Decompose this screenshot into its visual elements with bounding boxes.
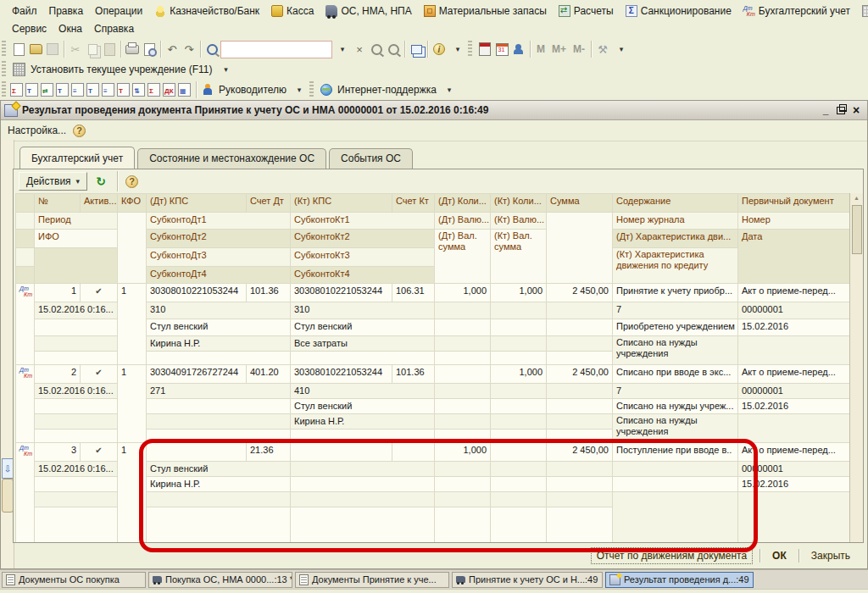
menu-windows[interactable]: Окна [53, 21, 88, 36]
cell-subconto-kt1[interactable] [291, 462, 435, 477]
cell-dt-kps[interactable]: 30308010221053244 [147, 284, 247, 302]
cell-kt-qty[interactable]: 1,000 [491, 284, 547, 302]
taskbar-item-posting-result[interactable]: Результат проведения д...:49 [605, 572, 754, 588]
vertical-scrollbar[interactable]: ▲ [849, 193, 863, 542]
cell-doc-number[interactable]: 00000001 [738, 462, 850, 477]
cell-kt-char[interactable]: Списано на нужды учреждения [613, 414, 738, 443]
calendar-button[interactable] [493, 41, 510, 58]
cell-num[interactable]: 2 [35, 365, 81, 384]
help-icon[interactable]: ? [73, 125, 86, 137]
refresh-button[interactable]: ↻ [92, 173, 109, 190]
cell-doc-number[interactable]: 00000001 [738, 384, 850, 399]
taskbar-item-documents-acceptance[interactable]: Документы Принятие к уче... [295, 572, 449, 588]
copy-button[interactable] [84, 41, 101, 58]
cell-kt-qty[interactable]: 1,000 [491, 365, 547, 384]
menu-sanctioning[interactable]: Санкционирование [620, 3, 737, 19]
menu-accounting[interactable]: ДтКтБухгалтерский учет [737, 3, 856, 19]
cell-subconto-dt3[interactable]: Кирина Н.Р. [147, 336, 291, 352]
cell-dt-qty[interactable] [435, 365, 491, 384]
set-institution-button[interactable] [10, 61, 27, 78]
cell-doc-date[interactable]: 15.02.2016 [738, 399, 850, 414]
undo-button[interactable]: ↶ [164, 41, 181, 58]
movements-report-button[interactable]: Отчет по движениям документа [591, 547, 753, 564]
save-button[interactable] [44, 41, 61, 58]
memory-subtract-button[interactable]: M- [570, 43, 588, 55]
cell-subconto-dt1[interactable]: 271 [147, 384, 291, 399]
menu-help[interactable]: Справка [88, 21, 140, 36]
menu-treasury-bank[interactable]: Казначейство/Банк [148, 3, 265, 19]
report-icon-4[interactable]: Т [56, 83, 69, 97]
report-icon-11[interactable]: ДК [163, 83, 175, 97]
menu-service[interactable]: Сервис [6, 21, 53, 36]
institution-drag-handle[interactable] [2, 61, 6, 78]
close-button[interactable]: × [849, 103, 864, 117]
report-icon-10[interactable]: Σ [147, 83, 160, 97]
cell-doc-number[interactable]: 00000001 [738, 302, 850, 319]
menu-operations[interactable]: Операции [89, 3, 148, 19]
cell-kt-kps[interactable]: 30308010221053244 [291, 365, 392, 384]
cell-schet-kt[interactable] [392, 443, 435, 462]
cell-kt-char[interactable]: Списано на нужды учреждения [613, 336, 738, 365]
paste-button[interactable] [101, 41, 118, 58]
scroll-up-icon[interactable]: ▲ [850, 193, 863, 201]
cell-kfo[interactable]: 1 [118, 365, 147, 443]
cell-summa[interactable]: 2 450,00 [547, 284, 613, 302]
record-1-row-1[interactable]: ДтКт 1 ✔ 1 30308010221053244 101.36 3030… [16, 284, 850, 302]
cell-subconto-kt3[interactable]: Все затраты [291, 336, 435, 352]
tab-state-location[interactable]: Состояние и местонахождение ОС [137, 148, 326, 169]
info-dropdown-button[interactable]: ▾ [449, 41, 466, 58]
institution-dropdown-button[interactable]: ▾ [217, 61, 234, 78]
cell-num[interactable]: 3 [35, 443, 81, 462]
active-check-icon[interactable]: ✔ [81, 365, 118, 384]
internet-drag-handle[interactable] [309, 81, 314, 98]
memory-add-button[interactable]: M+ [548, 43, 570, 55]
menu-file[interactable]: Файл [6, 3, 43, 19]
toolbar-drag-handle[interactable] [2, 41, 6, 58]
service-settings-button[interactable]: ⚒ [594, 41, 611, 58]
tab-accounting[interactable]: Бухгалтерский учет [19, 147, 135, 169]
cell-kfo[interactable]: 1 [118, 443, 147, 543]
cell-primary-doc[interactable]: Акт о приеме-перед... [738, 284, 850, 302]
active-check-icon[interactable]: ✔ [81, 443, 118, 462]
cell-subconto-kt3[interactable]: Кирина Н.Р. [291, 414, 435, 430]
open-windows-button[interactable] [408, 41, 425, 58]
set-institution-label[interactable]: Установить текущее учреждение (F11) [27, 64, 215, 75]
manager-dropdown-button[interactable]: ▾ [291, 81, 308, 98]
report-icon-1[interactable]: Σ [10, 83, 23, 97]
cell-subconto-kt2[interactable]: Стул венский [291, 319, 435, 336]
print-button[interactable] [124, 41, 141, 58]
menu-cash[interactable]: Касса [265, 3, 320, 19]
cell-subconto-dt1[interactable]: 310 [147, 302, 291, 319]
cell-dt-kps[interactable] [147, 443, 247, 462]
report-icon-7[interactable]: ≡ [102, 83, 114, 97]
menu-edit[interactable]: Правка [43, 3, 90, 19]
cell-content[interactable]: Принятие к учету приобр... [613, 284, 738, 302]
report-icon-8[interactable]: Т [117, 83, 130, 97]
cell-schet-kt[interactable]: 106.31 [392, 284, 435, 302]
menu-institution[interactable]: Учреждение [856, 3, 868, 19]
calculator-button[interactable] [476, 41, 493, 58]
report-icon-12[interactable]: ▦ [178, 83, 191, 97]
cell-moment[interactable]: 15.02.2016 0:16... [35, 302, 118, 319]
cell-summa[interactable]: 2 450,00 [547, 443, 613, 462]
taskbar-item-purchase-os[interactable]: Покупка ОС, НМА 0000...:13 * [148, 572, 292, 588]
tab-events[interactable]: События ОС [329, 148, 413, 169]
report-icon-5[interactable]: ≡ [71, 83, 84, 97]
cell-subconto-dt2[interactable]: Кирина Н.Р. [147, 477, 291, 492]
cell-primary-doc[interactable]: Акт о приеме-перед... [738, 443, 850, 462]
service-panel-button[interactable]: ⇩ [2, 458, 14, 479]
cell-num[interactable]: 1 [35, 284, 81, 302]
cell-doc-date[interactable]: 15.02.2016 [738, 319, 850, 336]
search-dropdown-button[interactable]: ▾ [334, 41, 351, 58]
cell-subconto-dt2[interactable] [147, 399, 291, 414]
restore-button[interactable] [833, 103, 849, 117]
cell-dt-kps[interactable]: 30304091726727244 [147, 365, 247, 384]
cell-dt-qty[interactable]: 1,000 [435, 443, 491, 462]
cell-journal[interactable]: 7 [613, 384, 738, 399]
internet-support-label[interactable]: Интернет-поддержка [335, 84, 439, 96]
taskbar-item-acceptance[interactable]: Принятие к учету ОС и Н...:49 [452, 572, 603, 588]
cell-subconto-kt2[interactable]: Стул венский [291, 399, 435, 414]
cell-dt-char[interactable] [613, 477, 738, 492]
user-monitor-button[interactable] [510, 41, 527, 58]
taskbar-item-documents-os[interactable]: Документы ОС покупка [2, 572, 146, 588]
